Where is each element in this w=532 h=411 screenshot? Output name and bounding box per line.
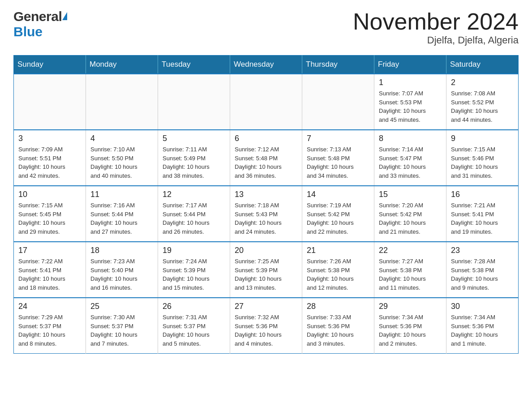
day-info: Sunrise: 7:17 AMSunset: 5:44 PMDaylight:… [163,201,225,236]
calendar-day-cell: 27Sunrise: 7:32 AMSunset: 5:36 PMDayligh… [230,298,302,354]
calendar-day-cell: 7Sunrise: 7:13 AMSunset: 5:48 PMDaylight… [302,130,374,186]
calendar-day-cell: 9Sunrise: 7:15 AMSunset: 5:46 PMDaylight… [446,130,519,186]
calendar-table: SundayMondayTuesdayWednesdayThursdayFrid… [13,55,519,354]
calendar-day-cell [302,74,374,130]
day-info: Sunrise: 7:25 AMSunset: 5:39 PMDaylight:… [235,257,297,292]
day-of-week-header: Sunday [14,56,86,74]
day-number: 18 [90,246,153,255]
day-number: 21 [307,246,369,255]
day-number: 29 [379,302,442,311]
calendar-day-cell: 15Sunrise: 7:20 AMSunset: 5:42 PMDayligh… [374,186,446,242]
day-info: Sunrise: 7:32 AMSunset: 5:36 PMDaylight:… [235,313,297,348]
day-info: Sunrise: 7:27 AMSunset: 5:38 PMDaylight:… [379,257,442,292]
day-info: Sunrise: 7:18 AMSunset: 5:43 PMDaylight:… [235,201,297,236]
day-number: 23 [451,246,514,255]
calendar-day-cell: 12Sunrise: 7:17 AMSunset: 5:44 PMDayligh… [158,186,230,242]
day-info: Sunrise: 7:11 AMSunset: 5:49 PMDaylight:… [163,145,225,180]
calendar-day-cell: 18Sunrise: 7:23 AMSunset: 5:40 PMDayligh… [86,242,158,298]
day-info: Sunrise: 7:26 AMSunset: 5:38 PMDaylight:… [307,257,369,292]
day-info: Sunrise: 7:10 AMSunset: 5:50 PMDaylight:… [90,145,153,180]
day-number: 13 [235,190,297,199]
day-number: 9 [451,134,514,143]
day-info: Sunrise: 7:16 AMSunset: 5:44 PMDaylight:… [90,201,153,236]
calendar-day-cell: 22Sunrise: 7:27 AMSunset: 5:38 PMDayligh… [374,242,446,298]
page-header: General Blue November 2024 Djelfa, Djelf… [13,9,519,46]
day-of-week-header: Wednesday [230,56,302,74]
calendar-day-cell: 26Sunrise: 7:31 AMSunset: 5:37 PMDayligh… [158,298,230,354]
day-number: 3 [18,134,81,143]
calendar-week-row: 3Sunrise: 7:09 AMSunset: 5:51 PMDaylight… [14,130,519,186]
calendar-day-cell: 13Sunrise: 7:18 AMSunset: 5:43 PMDayligh… [230,186,302,242]
calendar-week-row: 24Sunrise: 7:29 AMSunset: 5:37 PMDayligh… [14,298,519,354]
day-number: 19 [163,246,225,255]
day-info: Sunrise: 7:15 AMSunset: 5:45 PMDaylight:… [18,201,81,236]
day-number: 24 [18,302,81,311]
day-of-week-header: Monday [86,56,158,74]
day-of-week-header: Thursday [302,56,374,74]
day-number: 28 [307,302,369,311]
day-number: 7 [307,134,369,143]
day-info: Sunrise: 7:34 AMSunset: 5:36 PMDaylight:… [451,313,514,348]
calendar-day-cell: 23Sunrise: 7:28 AMSunset: 5:38 PMDayligh… [446,242,519,298]
day-info: Sunrise: 7:19 AMSunset: 5:42 PMDaylight:… [307,201,369,236]
calendar-week-row: 1Sunrise: 7:07 AMSunset: 5:53 PMDaylight… [14,74,519,130]
day-info: Sunrise: 7:15 AMSunset: 5:46 PMDaylight:… [451,145,514,180]
calendar-week-row: 10Sunrise: 7:15 AMSunset: 5:45 PMDayligh… [14,186,519,242]
day-number: 30 [451,302,514,311]
day-info: Sunrise: 7:14 AMSunset: 5:47 PMDaylight:… [379,145,442,180]
day-number: 20 [235,246,297,255]
calendar-day-cell: 20Sunrise: 7:25 AMSunset: 5:39 PMDayligh… [230,242,302,298]
day-number: 6 [235,134,297,143]
day-number: 12 [163,190,225,199]
day-number: 2 [451,78,514,87]
day-info: Sunrise: 7:12 AMSunset: 5:48 PMDaylight:… [235,145,297,180]
title-block: November 2024 Djelfa, Djelfa, Algeria [353,9,519,46]
day-number: 4 [90,134,153,143]
day-of-week-header: Tuesday [158,56,230,74]
calendar-day-cell: 4Sunrise: 7:10 AMSunset: 5:50 PMDaylight… [86,130,158,186]
day-number: 17 [18,246,81,255]
calendar-day-cell: 10Sunrise: 7:15 AMSunset: 5:45 PMDayligh… [14,186,86,242]
calendar-day-cell: 19Sunrise: 7:24 AMSunset: 5:39 PMDayligh… [158,242,230,298]
day-info: Sunrise: 7:21 AMSunset: 5:41 PMDaylight:… [451,201,514,236]
day-number: 15 [379,190,442,199]
calendar-day-cell: 17Sunrise: 7:22 AMSunset: 5:41 PMDayligh… [14,242,86,298]
logo-blue: Blue [13,24,43,39]
day-info: Sunrise: 7:22 AMSunset: 5:41 PMDaylight:… [18,257,81,292]
calendar-day-cell: 5Sunrise: 7:11 AMSunset: 5:49 PMDaylight… [158,130,230,186]
calendar-day-cell: 6Sunrise: 7:12 AMSunset: 5:48 PMDaylight… [230,130,302,186]
calendar-day-cell [158,74,230,130]
calendar-day-cell: 11Sunrise: 7:16 AMSunset: 5:44 PMDayligh… [86,186,158,242]
day-number: 26 [163,302,225,311]
day-info: Sunrise: 7:28 AMSunset: 5:38 PMDaylight:… [451,257,514,292]
day-info: Sunrise: 7:34 AMSunset: 5:36 PMDaylight:… [379,313,442,348]
day-number: 11 [90,190,153,199]
month-title: November 2024 [353,9,519,34]
day-number: 8 [379,134,442,143]
calendar-day-cell: 14Sunrise: 7:19 AMSunset: 5:42 PMDayligh… [302,186,374,242]
day-info: Sunrise: 7:13 AMSunset: 5:48 PMDaylight:… [307,145,369,180]
calendar-day-cell [14,74,86,130]
day-number: 27 [235,302,297,311]
day-info: Sunrise: 7:20 AMSunset: 5:42 PMDaylight:… [379,201,442,236]
logo-general: General [13,9,62,24]
calendar-day-cell: 3Sunrise: 7:09 AMSunset: 5:51 PMDaylight… [14,130,86,186]
day-info: Sunrise: 7:30 AMSunset: 5:37 PMDaylight:… [90,313,153,348]
calendar-day-cell: 1Sunrise: 7:07 AMSunset: 5:53 PMDaylight… [374,74,446,130]
day-number: 1 [379,78,442,87]
calendar-day-cell [86,74,158,130]
calendar-day-cell: 29Sunrise: 7:34 AMSunset: 5:36 PMDayligh… [374,298,446,354]
day-number: 25 [90,302,153,311]
calendar-day-cell: 24Sunrise: 7:29 AMSunset: 5:37 PMDayligh… [14,298,86,354]
location: Djelfa, Djelfa, Algeria [353,34,519,46]
day-info: Sunrise: 7:08 AMSunset: 5:52 PMDaylight:… [451,89,514,124]
day-info: Sunrise: 7:09 AMSunset: 5:51 PMDaylight:… [18,145,81,180]
calendar-day-cell: 8Sunrise: 7:14 AMSunset: 5:47 PMDaylight… [374,130,446,186]
day-info: Sunrise: 7:31 AMSunset: 5:37 PMDaylight:… [163,313,225,348]
calendar-day-cell: 21Sunrise: 7:26 AMSunset: 5:38 PMDayligh… [302,242,374,298]
day-number: 16 [451,190,514,199]
calendar-day-cell [230,74,302,130]
calendar-day-cell: 2Sunrise: 7:08 AMSunset: 5:52 PMDaylight… [446,74,519,130]
calendar-week-row: 17Sunrise: 7:22 AMSunset: 5:41 PMDayligh… [14,242,519,298]
calendar-day-cell: 25Sunrise: 7:30 AMSunset: 5:37 PMDayligh… [86,298,158,354]
